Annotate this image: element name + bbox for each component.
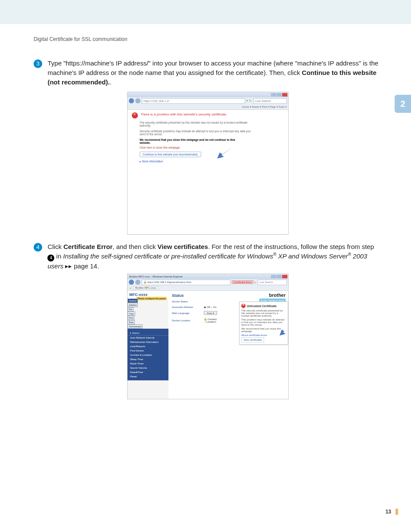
page-top-banner [0,0,411,24]
t: Click [47,243,63,250]
t: Installing the self-signed certificate o… [63,252,273,260]
callout-arrow-icon [217,146,234,159]
browser-nav-row: 🔒 https://192.168.1.6/general/status.htm… [128,279,288,285]
web-language-label: Web Language [172,312,204,314]
device-model: MFC-xxxx Please configure the passw [128,291,168,299]
cert-error-recommend: We recommend that you close this webpage… [140,138,239,144]
close-webpage-link[interactable]: Click here to close this webpage. [140,146,284,149]
section-heading: Digital Certificate for SSL communicatio… [34,36,128,42]
sidebar-item-status[interactable]: ▸ Status [128,330,168,336]
step-3: 3 Type "https://machine's IP address/" i… [34,59,379,87]
cert-error-line2: Security certificate problems may indica… [140,130,252,136]
certificate-error-label: Certificate Error [63,243,112,250]
more-information-link[interactable]: More information [140,160,284,163]
admin-main-panel: brother Brother Solutions Center Status … [168,291,288,399]
callout-arrow-icon [280,324,289,336]
step-number-icon: 3 [34,59,42,68]
sidebar-item[interactable]: Sound Volume [128,366,168,370]
t: XP and Windows Server [276,252,348,260]
browser-toolbar[interactable]: Home ▾ Feeds ▾ Print ▾ Page ▾ Tools ▾ [128,104,288,110]
close-icon[interactable] [282,93,287,96]
window-buttons[interactable] [271,275,287,278]
certificate-error-pill[interactable]: Certificate Error [232,280,253,284]
tab-admin[interactable]: Administrator [128,324,143,329]
close-icon[interactable] [282,275,287,278]
sidebar-item[interactable]: Sleep Time [128,357,168,361]
popup-text: The security certificate presented by th… [241,309,286,317]
sidebar-item[interactable]: Maintenance Information [128,340,168,344]
arrow-glyph-icon: ▸▸ [63,262,74,270]
window-buttons[interactable] [271,93,287,96]
cert-error-page: There is a problem with this website's s… [128,110,288,234]
location-label: Location: [206,320,216,323]
auto-refresh-label: Automatic Refresh [172,306,204,308]
address-bar[interactable]: 🔒 https://192.168.1.6/general/status.htm… [142,280,230,285]
view-certificates-link[interactable]: View certificates [241,337,264,342]
inline-step-ref-icon: 4 [47,255,54,261]
tab-general[interactable]: General [128,299,138,303]
admin-left-column: MFC-xxxx Please configure the passw Gene… [128,291,168,399]
step-3-tail: . [110,78,112,86]
auto-refresh-radio[interactable]: ◉ Off ○ On [204,305,217,308]
device-location-label: Device Location [172,319,204,322]
tab-fax[interactable]: Fax [128,307,134,311]
browser-nav-row: https://192.168.1.2/ ▾ ↻ Live Search [128,97,288,104]
sidebar-item[interactable]: Find Device [128,348,168,353]
web-language-select[interactable]: Auto ▾ [204,311,217,315]
window-titlebar [128,92,288,97]
browser-tab-row: ★ Brother MFC-xxxx [128,285,288,291]
window-title: Brother MFC-xxxx - Windows Internet Expl… [128,275,183,278]
tab-copy[interactable]: Copy [128,311,135,316]
step-4: 4 Click Certificate Error, and then clic… [34,242,379,271]
password-warning[interactable]: Please configure the passw [137,297,167,300]
sidebar-item[interactable]: Contact & Location [128,353,168,357]
forward-icon[interactable] [135,280,140,285]
t: , and then click [112,243,157,250]
sidebar-item[interactable]: Auto Refresh Interval [128,336,168,340]
search-input[interactable]: Live Search [253,98,287,104]
t: . For the rest of the instructions, foll… [208,243,374,250]
admin-side-nav: ▸ Status Auto Refresh Interval Maintenan… [128,329,168,380]
sidebar-item[interactable]: Mode Timer [128,361,168,366]
step-4-text: Click Certificate Error, and then click … [47,242,379,271]
page-number: 13 [386,509,391,515]
admin-top-tabs[interactable]: General Address Fax Copy Print Scan Admi… [128,299,137,329]
shield-error-icon [132,112,138,118]
tab-address[interactable]: Address [128,303,138,307]
back-icon[interactable] [129,98,134,103]
sidebar-item[interactable]: Lists/Reports [128,344,168,348]
browser-tab[interactable]: Brother MFC-xxxx [133,286,158,289]
address-text: https://192.168.1.6/general/status.html [147,281,191,283]
forward-icon[interactable] [135,98,140,103]
svg-marker-0 [217,146,234,159]
screenshot-brother-admin: Brother MFC-xxxx - Windows Internet Expl… [127,274,289,399]
search-input[interactable]: Live Search [258,280,287,285]
tab-scan[interactable]: Scan [128,320,135,324]
svg-marker-1 [280,324,289,336]
popup-title: Untrusted Certificate [247,305,277,308]
device-status-label: Device Status [172,300,204,303]
screenshot-cert-warning: https://192.168.1.2/ ▾ ↻ Live Search Hom… [127,92,289,235]
view-certificates-label: View certificates [158,243,208,250]
cert-error-title: There is a problem with this website's s… [140,112,227,116]
chapter-tab: 2 [395,95,411,113]
window-titlebar: Brother MFC-xxxx - Windows Internet Expl… [128,274,288,279]
continue-website-link[interactable]: Continue to this website (not recommende… [140,152,201,157]
step-number-icon: 4 [34,243,42,252]
browser-status-bar: Done ● Internet | Protected Mode: On 100… [128,234,288,235]
page-number-accent [395,509,398,515]
shield-error-icon [241,304,246,308]
untrusted-cert-popup: Untrusted Certificate The security certi… [239,302,288,345]
t: ® [348,252,351,257]
sidebar-item[interactable]: Date&Time [128,370,168,374]
sidebar-item[interactable]: Panel [128,374,168,379]
cert-error-line1: The security certificate presented by th… [140,121,252,127]
t: in [54,252,63,260]
t: page 14. [74,262,99,270]
back-icon[interactable] [129,280,134,285]
address-bar[interactable]: https://192.168.1.2/ [142,98,245,104]
tab-print[interactable]: Print [128,316,134,320]
step-3-text: Type "https://machine's IP address/" int… [47,59,379,87]
